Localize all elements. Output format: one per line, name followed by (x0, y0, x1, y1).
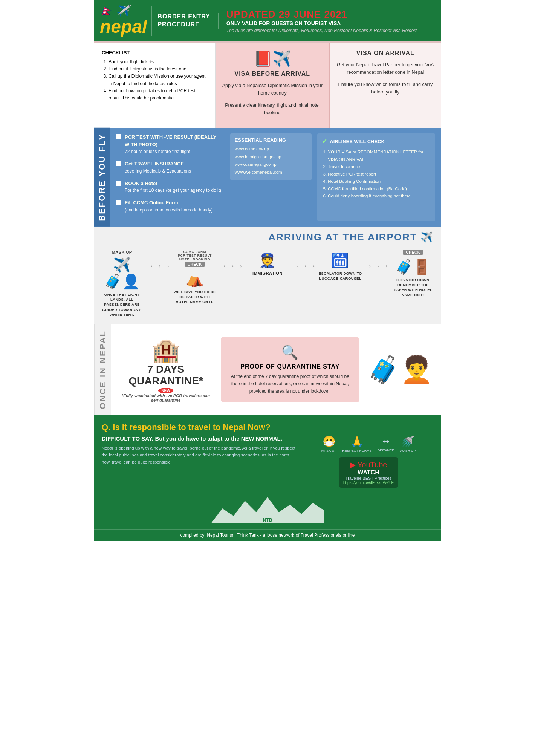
bottom-question: Q. Is it responsible to travel to Nepal … (102, 422, 433, 432)
list-item: Find out how long it takes to get a PCR … (109, 87, 207, 102)
item-desc: covering Medicals & Evacuations (125, 168, 191, 174)
list-item: YOUR VISA or RECOMMENDATION LETTER for V… (328, 148, 431, 163)
quarantine-box: 🏨 7 DAYSQUARANTINE* NEW *Fully vaccinate… (118, 337, 213, 403)
watch-url: https://youtu.be/dFLxa0VwY-E (343, 481, 394, 485)
checkbox-icon (116, 161, 121, 166)
before-fly-checklist: PCR TEST WITH -VE RESULT (IDEALLY WITH P… (116, 133, 225, 221)
airport-steps: MASK UP ✈️🧳👤 ONCE THE FLIGHT LANDS, ALL … (94, 246, 441, 324)
immigration-icon: 👮 (245, 252, 289, 269)
wash-icon: 🚿 (400, 435, 416, 448)
norm-respect: 🙏 RESPECT NORMS (342, 435, 371, 453)
arrow-icon: →→→ (292, 248, 316, 271)
checkmark-icon: ✓ (322, 137, 327, 145)
step-label-5: ELEVATOR DOWN. REMEMBER THE PAPER WITH H… (391, 277, 435, 297)
airport-step-3: 👮 IMMIGRATION (243, 248, 291, 278)
bottom-text: Nepal is opening up with a new way to tr… (102, 445, 296, 465)
list-item: Hotel Booking Confirmation (328, 178, 431, 185)
item-title: PCR TEST WITH -VE RESULT (IDEALLY WITH P… (125, 134, 216, 147)
ntb-section: NTB (102, 493, 433, 525)
updated-date: UPDATED 29 JUNE 2021 (226, 9, 435, 20)
step-label-1: ONCE THE FLIGHT LANDS, ALL PASSENGERS AR… (100, 292, 144, 317)
valid-notice: ONLY VALID FOR GUESTS ON TOURIST VISA (226, 20, 435, 26)
quarantine-title: 7 DAYSQUARANTINE* (118, 364, 213, 387)
escalator-icon: 🛗 (318, 252, 362, 269)
list-item: Negative PCR test report (328, 171, 431, 178)
footer-text: compiled by: Nepal Tourism Think Tank - … (180, 533, 355, 538)
proof-text: At the end of the 7 day quarantine proof… (228, 373, 352, 395)
distance-icon: ↔️ (378, 435, 394, 447)
before-fly-section: BEFORE YOU FLY PCR TEST WITH -VE RESULT … (94, 128, 441, 227)
visa-before-arrival: 📕✈️ VISA BEFORE ARRIVAL Apply via a Nepa… (216, 43, 330, 128)
logo-text: nepal (100, 17, 147, 37)
essential-reading-title: ESSENTIAL READING (235, 137, 307, 143)
list-item: Call up the Diplomatic Mission or use yo… (109, 73, 207, 87)
visa-before-text2: Present a clear itinerary, flight and in… (221, 101, 324, 116)
essential-link: www.immigration.gov.np (235, 153, 307, 161)
airport-step-5: CHECK 🧳🚪 ELEVATOR DOWN. REMEMBER THE PAP… (389, 248, 437, 299)
proof-icon: 🔍 (228, 344, 352, 360)
step-sublabel-3: IMMIGRATION (245, 271, 289, 275)
norm-icons: 😷 MASK UP 🙏 RESPECT NORMS ↔️ DISTANCE 🚿 … (304, 435, 433, 453)
tent-icon: ⛺ (173, 271, 217, 287)
airport-step-4: 🛗 ESCALATOR DOWN TO LUGGAGE CAROUSEL (316, 248, 364, 283)
list-item: Book your flight tickets (109, 58, 207, 66)
essential-link: www.welcomenepal.com (235, 168, 307, 176)
checklist-list: Book your flight tickets Find out if Ent… (102, 58, 207, 102)
bottom-right: 😷 MASK UP 🙏 RESPECT NORMS ↔️ DISTANCE 🚿 … (304, 435, 433, 488)
watch-subtitle: Traveller BEST Practices (343, 476, 394, 481)
quarantine-note: *Fully vaccinated with -ve PCR traveller… (118, 393, 213, 402)
list-item: CCMC form filled confirmation (BarCode) (328, 185, 431, 193)
visa-on-arrival: VISA ON ARRIVAL Get your Nepali Travel P… (330, 43, 441, 128)
mask-icon: 😷 (321, 435, 337, 448)
before-fly-label: BEFORE YOU FLY (94, 128, 110, 227)
header-note: The rules are different for Diplomats, R… (226, 28, 435, 33)
arrow-icon: →→→ (146, 248, 171, 271)
before-fly-item: PCR TEST WITH -VE RESULT (IDEALLY WITH P… (116, 133, 225, 155)
step-label-4: ESCALATOR DOWN TO LUGGAGE CAROUSEL (318, 271, 362, 281)
watch-box: ▶ YouTube WATCH Traveller BEST Practices… (339, 457, 398, 488)
check-badge: CHECK (185, 262, 205, 267)
proof-title: PROOF OF QUARANTINE STAY (228, 363, 352, 370)
before-fly-item: Get TRAVEL INSURANCE covering Medicals &… (116, 160, 225, 174)
visa-section: CHECKLIST Book your flight tickets Find … (94, 41, 441, 128)
logo: 🇳🇵 ✈️ nepal (100, 6, 152, 36)
new-badge: NEW (158, 388, 173, 393)
norm-mask: 😷 MASK UP (321, 435, 337, 453)
item-desc: (and keep confirmation with barcode hand… (125, 207, 212, 213)
airport-section: ARRIVING AT THE AIRPORT ✈️ MASK UP ✈️🧳👤 … (94, 227, 441, 324)
item-desc: For the first 10 days (or get your agenc… (125, 188, 221, 193)
once-section: ONCE IN NEPAL 🏨 7 DAYSQUARANTINE* NEW *F… (94, 324, 441, 415)
arrow-icon: →→→ (219, 248, 243, 271)
checklist: CHECKLIST Book your flight tickets Find … (94, 43, 216, 128)
airport-step-2: CCMC FORMPCR TEST RESULTHOTEL BOOKING CH… (171, 248, 219, 306)
list-item: Travel Insurance (328, 163, 431, 171)
bottom-content: DIFFICULT TO SAY. But you do have to ada… (102, 435, 433, 488)
norm-distance: ↔️ DISTANCE (378, 435, 394, 453)
airport-step-1: MASK UP ✈️🧳👤 ONCE THE FLIGHT LANDS, ALL … (98, 248, 146, 319)
visa-before-text1: Apply via a Nepalese Diplomatic Mission … (221, 82, 324, 97)
essential-reading: ESSENTIAL READING www.ccmc.gov.np www.im… (230, 133, 312, 221)
respect-icon: 🙏 (342, 435, 371, 448)
once-content: 🏨 7 DAYSQUARANTINE* NEW *Fully vaccinate… (111, 324, 441, 415)
checkbox-icon (116, 134, 121, 139)
visa-on-title: VISA ON ARRIVAL (336, 50, 435, 57)
item-title: Get TRAVEL INSURANCE (125, 161, 184, 167)
svg-text:NTB: NTB (263, 517, 272, 523)
before-fly-content: PCR TEST WITH -VE RESULT (IDEALLY WITH P… (110, 128, 441, 227)
header: 🇳🇵 ✈️ nepal BORDER ENTRY PROCEDURE UPDAT… (94, 0, 441, 41)
header-info: UPDATED 29 JUNE 2021 ONLY VALID FOR GUES… (226, 9, 435, 33)
item-title: BOOK a Hotel (125, 181, 157, 186)
airlines-check-title: ✓ AIRLINES WILL CHECK (322, 137, 431, 145)
once-label: ONCE IN NEPAL (94, 324, 111, 415)
airlines-check: ✓ AIRLINES WILL CHECK YOUR VISA or RECOM… (317, 133, 435, 221)
norm-wash: 🚿 WASH UP (400, 435, 416, 453)
item-desc: 72 hours or less before first flight (125, 149, 190, 154)
elevator-icon: 🧳🚪 (391, 259, 435, 275)
mountain-svg: NTB (211, 493, 324, 523)
check-items: CCMC FORMPCR TEST RESULTHOTEL BOOKING (173, 250, 217, 261)
passport-icon: 📕✈️ (221, 50, 324, 67)
plane-icon: ✈️🧳👤 (100, 257, 144, 290)
essential-link: www.ccmc.gov.np (235, 145, 307, 153)
watch-title: WATCH (343, 469, 394, 476)
checkbox-icon (116, 200, 121, 205)
